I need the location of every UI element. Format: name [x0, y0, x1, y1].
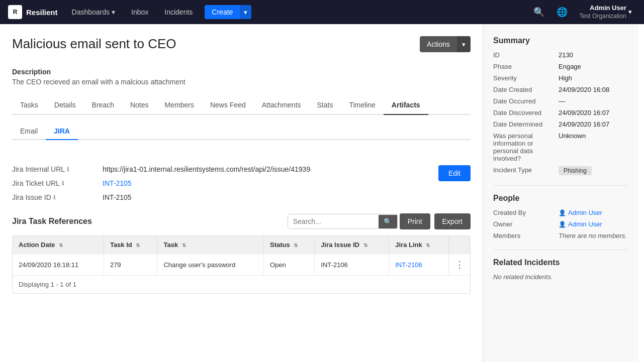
brand-logo[interactable]: R Resilient: [8, 5, 58, 19]
search-box: 🔍: [288, 214, 398, 229]
main-content: Malicious email sent to CEO Actions ▾ De…: [0, 24, 483, 362]
summary-section: Summary ID 2130 Phase Engage Severity Hi…: [493, 36, 628, 175]
incident-type-badge: Phishing: [559, 166, 592, 175]
people-val-owner: 👤 Admin User: [559, 220, 628, 228]
owner-link[interactable]: 👤 Admin User: [559, 220, 628, 228]
jira-fields: Jira Internal URL ℹ https://jira1-01.int…: [12, 165, 471, 201]
tab-members[interactable]: Members: [157, 96, 202, 115]
people-row-owner: Owner 👤 Admin User: [493, 220, 628, 228]
tab-details[interactable]: Details: [46, 96, 84, 115]
jira-ticket-url-label: Jira Ticket URL ℹ: [12, 179, 103, 187]
cell-task-id: 279: [104, 254, 157, 276]
summary-val-incident-type: Phishing: [559, 166, 628, 175]
col-jira-issue-id[interactable]: Jira Issue ID ⇅: [315, 236, 389, 254]
references-header: Jira Task References 🔍 Print Export: [12, 213, 471, 229]
globe-icon-button[interactable]: 🌐: [553, 7, 572, 18]
tab-artifacts[interactable]: Artifacts: [384, 96, 428, 115]
created-by-link[interactable]: 👤 Admin User: [559, 209, 628, 216]
summary-row-personal-info: Was personal information or personal dat…: [493, 132, 628, 162]
search-icon-button[interactable]: 🔍: [529, 7, 548, 18]
info-icon-issue-id[interactable]: ℹ: [53, 194, 56, 201]
cell-status: Open: [264, 254, 315, 276]
create-dropdown-button[interactable]: ▾: [240, 5, 251, 19]
sidebar-divider-2: [493, 250, 628, 250]
summary-row-severity: Severity High: [493, 74, 628, 82]
search-input[interactable]: [288, 214, 379, 228]
displaying-text: Displaying 1 - 1 of 1: [13, 275, 470, 293]
summary-key-date-created: Date Created: [493, 86, 559, 93]
chevron-down-icon: ▾: [112, 8, 115, 16]
jira-internal-url-row: Jira Internal URL ℹ https://jira1-01.int…: [12, 165, 438, 173]
tab-tasks[interactable]: Tasks: [12, 96, 46, 115]
tab-stats[interactable]: Stats: [309, 96, 341, 115]
jira-link-anchor[interactable]: INT-2106: [395, 261, 422, 269]
col-status[interactable]: Status ⇅: [264, 236, 315, 254]
summary-row-incident-type: Incident Type Phishing: [493, 166, 628, 175]
tab-notes[interactable]: Notes: [122, 96, 157, 115]
col-task[interactable]: Task ⇅: [157, 236, 264, 254]
summary-val-date-occurred: —: [559, 97, 628, 105]
user-org: Test Organization: [580, 13, 626, 21]
actions-group: Actions ▾: [420, 36, 471, 52]
export-button[interactable]: Export: [434, 213, 471, 229]
people-key-members: Members: [493, 232, 559, 239]
col-jira-link[interactable]: Jira Link ⇅: [389, 236, 449, 254]
cell-action-date: 24/09/2020 16:18:11: [13, 254, 104, 276]
print-button[interactable]: Print: [400, 213, 430, 229]
main-tabs: Tasks Details Breach Notes Members News …: [12, 96, 471, 115]
jira-task-references-section: Jira Task References 🔍 Print Export Acti…: [12, 213, 471, 294]
nav-inbox[interactable]: Inbox: [125, 0, 154, 24]
cell-jira-issue-id: INT-2106: [315, 254, 389, 276]
jira-ticket-url-row: Jira Ticket URL ℹ INT-2105: [12, 179, 438, 187]
page-title: Malicious email sent to CEO: [12, 36, 420, 52]
col-task-id[interactable]: Task Id ⇅: [104, 236, 157, 254]
create-button[interactable]: Create: [205, 5, 240, 19]
jira-ticket-url-link[interactable]: INT-2105: [103, 179, 132, 187]
related-incidents-section: Related Incidents No related incidents.: [493, 258, 628, 281]
search-submit-button[interactable]: 🔍: [379, 215, 397, 228]
actions-button[interactable]: Actions: [420, 36, 457, 52]
user-menu[interactable]: Admin User Test Organization ▾: [576, 4, 636, 20]
person-icon-created-by: 👤: [559, 209, 566, 216]
sub-tab-email[interactable]: Email: [12, 123, 46, 140]
summary-key-id: ID: [493, 51, 559, 59]
summary-key-phase: Phase: [493, 63, 559, 70]
references-actions: 🔍 Print Export: [288, 213, 471, 229]
table-row: 24/09/2020 16:18:11 279 Change user's pa…: [13, 254, 470, 276]
summary-row-date-occurred: Date Occurred —: [493, 97, 628, 105]
related-incidents-title: Related Incidents: [493, 258, 628, 267]
user-chevron-icon: ▾: [628, 8, 632, 17]
cell-kebab: ⋮: [449, 254, 471, 276]
jira-issue-id-label: Jira Issue ID ℹ: [12, 193, 103, 201]
edit-button[interactable]: Edit: [438, 165, 471, 181]
description-label: Description: [12, 68, 471, 76]
summary-key-date-determined: Date Determined: [493, 120, 559, 128]
tab-breach[interactable]: Breach: [84, 96, 122, 115]
description-text: The CEO recieved an email with a malciou…: [12, 78, 471, 86]
row-kebab-button[interactable]: ⋮: [455, 259, 464, 270]
people-row-created-by: Created By 👤 Admin User: [493, 209, 628, 216]
page-header: Malicious email sent to CEO Actions ▾: [12, 36, 471, 60]
nav-incidents[interactable]: Incidents: [158, 0, 199, 24]
summary-key-personal-info: Was personal information or personal dat…: [493, 132, 559, 162]
summary-val-phase: Engage: [559, 63, 628, 70]
info-icon-internal-url[interactable]: ℹ: [67, 166, 69, 173]
summary-val-date-determined: 24/09/2020 16:07: [559, 120, 628, 128]
tab-attachments[interactable]: Attachments: [254, 96, 309, 115]
info-icon-ticket-url[interactable]: ℹ: [62, 180, 64, 187]
task-references-table: Action Date ⇅ Task Id ⇅ Task ⇅ Status ⇅ …: [13, 236, 470, 275]
tab-news-feed[interactable]: News Feed: [202, 96, 254, 115]
tab-timeline[interactable]: Timeline: [341, 96, 383, 115]
page-container: Malicious email sent to CEO Actions ▾ De…: [0, 24, 644, 362]
col-action-date[interactable]: Action Date ⇅: [13, 236, 104, 254]
people-key-owner: Owner: [493, 220, 559, 228]
summary-title: Summary: [493, 36, 628, 45]
references-title: Jira Task References: [12, 217, 92, 226]
summary-key-severity: Severity: [493, 74, 559, 82]
people-title: People: [493, 194, 628, 203]
summary-row-id: ID 2130: [493, 51, 628, 59]
sub-tab-jira[interactable]: JIRA: [46, 123, 78, 140]
actions-dropdown-button[interactable]: ▾: [457, 36, 471, 52]
person-icon-owner: 👤: [559, 221, 566, 228]
nav-dashboards[interactable]: Dashboards ▾: [66, 0, 122, 24]
